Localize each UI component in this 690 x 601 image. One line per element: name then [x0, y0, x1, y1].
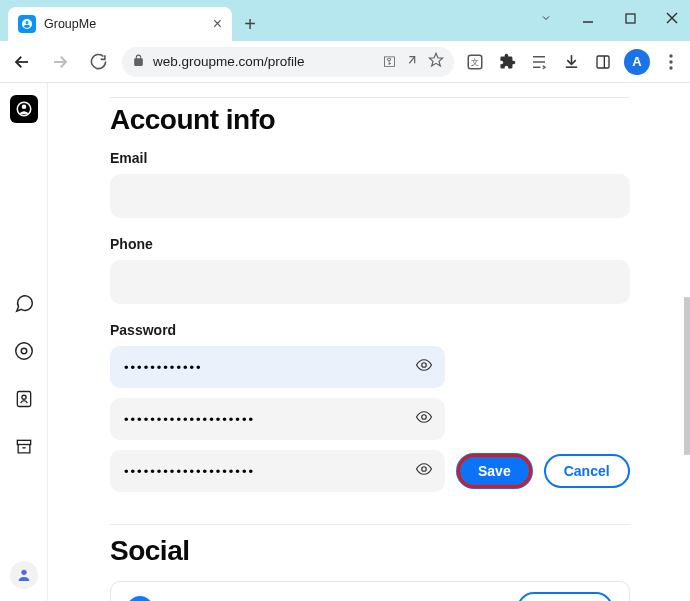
extensions-icon[interactable]: [496, 51, 518, 73]
svg-point-22: [21, 348, 27, 354]
download-icon[interactable]: [560, 51, 582, 73]
svg-marker-6: [429, 53, 442, 66]
svg-rect-25: [17, 440, 30, 444]
share-icon[interactable]: [404, 52, 420, 71]
url-text: web.groupme.com/profile: [153, 54, 375, 69]
current-password-field[interactable]: [110, 346, 445, 388]
phone-label: Phone: [110, 236, 630, 252]
contacts-icon[interactable]: [12, 387, 36, 411]
social-heading: Social: [110, 535, 630, 567]
new-password-field[interactable]: [110, 398, 445, 440]
svg-point-16: [669, 54, 672, 57]
eye-icon[interactable]: [415, 408, 433, 430]
browser-toolbar: web.groupme.com/profile ⚿ 文 A: [0, 41, 690, 83]
svg-point-18: [669, 66, 672, 69]
archive-icon[interactable]: [12, 435, 36, 459]
key-icon[interactable]: ⚿: [383, 54, 396, 69]
back-button[interactable]: [8, 48, 36, 76]
profile-avatar[interactable]: A: [624, 49, 650, 75]
reading-list-icon[interactable]: [528, 51, 550, 73]
svg-point-29: [422, 415, 427, 420]
discover-icon[interactable]: [12, 339, 36, 363]
facebook-connect-button[interactable]: Connect: [517, 592, 613, 601]
tab-title: GroupMe: [44, 17, 205, 31]
svg-text:文: 文: [471, 58, 479, 67]
app-sidebar: [0, 83, 48, 601]
facebook-icon: f: [127, 596, 153, 601]
svg-rect-1: [626, 14, 635, 23]
eye-icon[interactable]: [415, 356, 433, 378]
window-titlebar: GroupMe × +: [0, 0, 690, 41]
user-status-icon[interactable]: [10, 561, 38, 589]
groupme-logo[interactable]: [10, 95, 38, 123]
phone-field[interactable]: [110, 260, 630, 304]
confirm-password-field[interactable]: [110, 450, 445, 492]
new-tab-button[interactable]: +: [236, 10, 264, 38]
account-info-heading: Account info: [110, 104, 630, 136]
svg-rect-14: [597, 56, 609, 68]
kebab-menu-icon[interactable]: [660, 51, 682, 73]
minimize-icon[interactable]: [576, 6, 600, 30]
chats-icon[interactable]: [12, 291, 36, 315]
save-button[interactable]: Save: [457, 454, 532, 488]
profile-main: Account info Email Phone Password: [48, 83, 690, 601]
facebook-row: f Facebook Connect: [110, 581, 630, 601]
reload-button[interactable]: [84, 48, 112, 76]
dropdown-caret-icon[interactable]: [534, 6, 558, 30]
eye-icon[interactable]: [415, 460, 433, 482]
svg-point-20: [21, 105, 26, 110]
lock-icon: [132, 54, 145, 70]
svg-point-21: [15, 343, 32, 360]
panel-icon[interactable]: [592, 51, 614, 73]
password-label: Password: [110, 322, 630, 338]
cancel-button[interactable]: Cancel: [544, 454, 630, 488]
bookmark-icon[interactable]: [428, 52, 444, 71]
address-bar[interactable]: web.groupme.com/profile ⚿: [122, 47, 454, 77]
forward-button[interactable]: [46, 48, 74, 76]
svg-point-24: [21, 395, 25, 399]
divider: [110, 524, 630, 525]
window-controls: [534, 6, 684, 30]
svg-point-28: [422, 363, 427, 368]
svg-point-27: [21, 570, 26, 575]
scrollbar-thumb[interactable]: [684, 297, 690, 455]
maximize-icon[interactable]: [618, 6, 642, 30]
browser-tab[interactable]: GroupMe ×: [8, 7, 232, 41]
email-field[interactable]: [110, 174, 630, 218]
close-tab-icon[interactable]: ×: [213, 15, 222, 33]
email-label: Email: [110, 150, 630, 166]
groupme-favicon: [18, 15, 36, 33]
close-window-icon[interactable]: [660, 6, 684, 30]
translate-icon[interactable]: 文: [464, 51, 486, 73]
svg-point-17: [669, 60, 672, 63]
svg-point-30: [422, 467, 427, 472]
